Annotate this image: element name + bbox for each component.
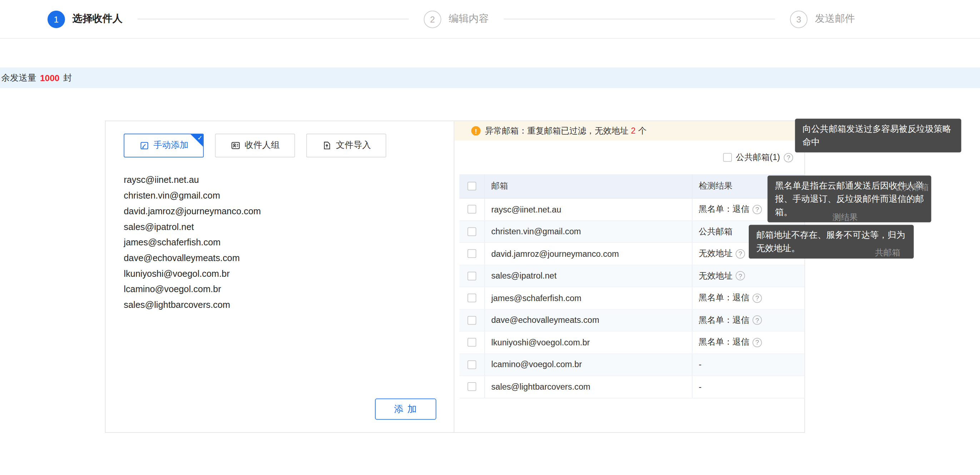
row-checkbox[interactable] (468, 272, 476, 280)
row-email: sales@ipatrol.net (484, 265, 692, 286)
help-icon[interactable] (735, 249, 745, 258)
table-row: sales@ipatrol.net 无效地址 (459, 265, 804, 287)
background-text-fragment: 测结果 (832, 212, 858, 223)
row-email: raysc@iinet.net.au (484, 199, 692, 220)
recipient-email-line: lcamino@voegol.com.br (124, 282, 436, 297)
row-email: dave@echovalleymeats.com (484, 309, 692, 331)
table-row: lcamino@voegol.com.br - (459, 354, 804, 376)
row-checkbox[interactable] (468, 316, 476, 324)
recipient-card: 手动添加 收件人组 文件导入 raysc@iinet.net. (105, 121, 805, 433)
tab-file-import[interactable]: 文件导入 (306, 133, 387, 157)
wizard-stepper: 1 选择收件人 2 编辑内容 3 发送邮件 (0, 0, 980, 38)
result-text: 黑名单：退信 (699, 292, 749, 303)
step-label: 选择收件人 (73, 13, 123, 26)
step-number-badge: 2 (424, 10, 441, 28)
step-label: 编辑内容 (449, 13, 489, 26)
quota-prefix: 余发送量 (1, 72, 36, 83)
table-toolbar: 公共邮箱(1) (454, 140, 804, 174)
step-send-mail: 3 发送邮件 (790, 10, 855, 28)
stepper-connector (138, 19, 409, 19)
check-result-table: 邮箱 检测结果 raysc@iinet.net.au 黑名单：退信 christ… (459, 174, 804, 398)
table-row: dave@echovalleymeats.com 黑名单：退信 (459, 309, 804, 331)
recipient-email-line: dave@echovalleymeats.com (124, 250, 436, 266)
column-header-email: 邮箱 (484, 174, 692, 198)
result-text: 公共邮箱 (699, 226, 732, 237)
help-icon[interactable] (752, 293, 762, 302)
row-email: david.jamroz@journeymanco.com (484, 243, 692, 264)
row-checkbox[interactable] (468, 249, 476, 258)
table-header-row: 邮箱 检测结果 (459, 174, 804, 199)
page: 1 选择收件人 2 编辑内容 3 发送邮件 余发送量 1000 封 (0, 0, 980, 475)
row-email: james@schaferfish.com (484, 287, 692, 308)
recipient-group-icon (230, 140, 240, 150)
result-text: - (699, 382, 702, 391)
row-checkbox[interactable] (468, 338, 476, 346)
row-email: sales@lightbarcovers.com (484, 376, 692, 397)
stepper-connector (504, 19, 775, 19)
warning-prefix: 异常邮箱：重复邮箱已过滤，无效地址 (485, 126, 628, 137)
row-result: 黑名单：退信 (692, 287, 805, 308)
step-label: 发送邮件 (815, 13, 855, 26)
row-result: - (692, 354, 805, 375)
warning-count: 2 (631, 126, 635, 135)
warning-icon (471, 126, 481, 135)
step-number-badge: 1 (48, 10, 65, 28)
row-checkbox[interactable] (468, 383, 476, 391)
result-text: 无效地址 (699, 248, 732, 259)
background-text-fragment: 共邮箱 (875, 247, 900, 258)
quota-count: 1000 (40, 73, 59, 83)
help-icon[interactable] (752, 338, 762, 347)
recipient-email-line: christen.vin@gmail.com (124, 188, 436, 203)
recipient-email-line: raysc@iinet.net.au (124, 173, 436, 188)
help-icon[interactable] (752, 316, 762, 325)
recipient-email-line: james@schaferfish.com (124, 235, 436, 251)
recipient-email-line: sales@ipatrol.net (124, 219, 436, 235)
table-row: sales@lightbarcovers.com - (459, 376, 804, 398)
public-mailbox-label: 公共邮箱(1) (736, 152, 780, 163)
result-text: 黑名单：退信 (699, 204, 749, 215)
tab-recipient-group[interactable]: 收件人组 (215, 133, 295, 157)
tab-label: 文件导入 (336, 140, 371, 151)
row-result: - (692, 376, 805, 397)
add-button[interactable]: 添 加 (375, 399, 436, 419)
tab-manual-add[interactable]: 手动添加 (124, 133, 204, 157)
tab-label: 收件人组 (245, 140, 280, 151)
add-recipients-panel: 手动添加 收件人组 文件导入 raysc@iinet.net. (106, 121, 455, 432)
result-text: 无效地址 (699, 270, 732, 281)
row-checkbox[interactable] (468, 294, 476, 302)
public-mailbox-checkbox[interactable] (723, 153, 731, 161)
step-number-badge: 3 (790, 10, 807, 28)
help-icon[interactable] (784, 153, 793, 162)
table-row: raysc@iinet.net.au 黑名单：退信 (459, 199, 804, 221)
quota-suffix: 封 (63, 72, 72, 83)
select-all-checkbox[interactable] (468, 182, 476, 191)
file-import-icon (322, 140, 332, 150)
recipient-email-line: sales@lightbarcovers.com (124, 297, 436, 313)
table-row: james@schaferfish.com 黑名单：退信 (459, 287, 804, 309)
table-row: lkuniyoshi@voegol.com.br 黑名单：退信 (459, 332, 804, 354)
help-icon[interactable] (735, 271, 745, 280)
recipient-email-line: david.jamroz@journeymanco.com (124, 203, 436, 219)
abnormal-warning-bar: 异常邮箱：重复邮箱已过滤，无效地址 2 个 (454, 121, 804, 140)
check-icon (190, 133, 204, 147)
help-icon[interactable] (752, 205, 762, 214)
row-checkbox[interactable] (468, 227, 476, 236)
row-checkbox[interactable] (468, 205, 476, 214)
manual-add-icon (139, 140, 149, 150)
tooltip-public-mailbox: 向公共邮箱发送过多容易被反垃圾策略命中 (795, 119, 961, 152)
check-result-panel: 异常邮箱：重复邮箱已过滤，无效地址 2 个 公共邮箱(1) 邮箱 检测结果 ra… (454, 121, 804, 432)
row-email: lkuniyoshi@voegol.com.br (484, 332, 692, 353)
row-result: 黑名单：退信 (692, 332, 805, 353)
result-text: - (699, 360, 702, 369)
quota-banner: 余发送量 1000 封 (0, 67, 980, 88)
background-text-fragment: 公共邮箱 (895, 182, 929, 193)
result-text: 黑名单：退信 (699, 315, 749, 326)
row-email: lcamino@voegol.com.br (484, 354, 692, 375)
result-text: 黑名单：退信 (699, 337, 749, 348)
row-checkbox[interactable] (468, 361, 476, 369)
manual-add-textarea[interactable]: raysc@iinet.net.au christen.vin@gmail.co… (124, 173, 436, 313)
step-edit-content: 2 编辑内容 (424, 10, 489, 28)
row-result: 无效地址 (692, 265, 805, 286)
step-select-recipients: 1 选择收件人 (48, 10, 123, 28)
row-result: 黑名单：退信 (692, 309, 805, 331)
